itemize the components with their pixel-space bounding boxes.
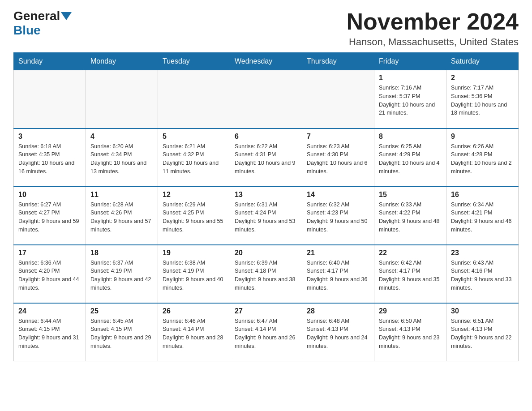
calendar-cell: 21Sunrise: 6:40 AMSunset: 4:17 PMDayligh… <box>302 245 374 303</box>
calendar-cell: 30Sunrise: 6:51 AMSunset: 4:13 PMDayligh… <box>446 303 519 361</box>
calendar-week-row-1: 3Sunrise: 6:18 AMSunset: 4:35 PMDaylight… <box>14 128 519 187</box>
day-info: Sunrise: 6:28 AMSunset: 4:26 PMDaylight:… <box>90 201 153 234</box>
calendar-cell: 8Sunrise: 6:25 AMSunset: 4:29 PMDaylight… <box>374 128 446 187</box>
day-info: Sunrise: 6:42 AMSunset: 4:17 PMDaylight:… <box>379 259 442 292</box>
day-info: Sunrise: 6:44 AMSunset: 4:15 PMDaylight:… <box>18 317 81 351</box>
calendar-cell: 4Sunrise: 6:20 AMSunset: 4:34 PMDaylight… <box>86 128 158 187</box>
calendar-cell <box>14 70 86 128</box>
calendar-cell: 18Sunrise: 6:37 AMSunset: 4:19 PMDayligh… <box>86 245 158 303</box>
day-number: 7 <box>307 133 369 141</box>
day-info: Sunrise: 6:50 AMSunset: 4:13 PMDaylight:… <box>379 317 442 351</box>
day-info: Sunrise: 6:27 AMSunset: 4:27 PMDaylight:… <box>18 201 81 234</box>
calendar-header-monday: Monday <box>86 53 158 70</box>
calendar-cell: 3Sunrise: 6:18 AMSunset: 4:35 PMDaylight… <box>14 128 86 187</box>
day-info: Sunrise: 6:21 AMSunset: 4:32 PMDaylight:… <box>163 142 225 176</box>
calendar-cell: 17Sunrise: 6:36 AMSunset: 4:20 PMDayligh… <box>14 245 86 303</box>
day-number: 14 <box>307 191 369 199</box>
day-number: 20 <box>235 249 297 257</box>
day-info: Sunrise: 6:18 AMSunset: 4:35 PMDaylight:… <box>18 142 81 176</box>
location-title: Hanson, Massachusetts, United States <box>347 36 519 48</box>
calendar-cell: 13Sunrise: 6:31 AMSunset: 4:24 PMDayligh… <box>230 187 302 245</box>
calendar-cell: 1Sunrise: 7:16 AMSunset: 5:37 PMDaylight… <box>374 70 446 128</box>
day-number: 29 <box>379 307 442 315</box>
day-info: Sunrise: 6:23 AMSunset: 4:30 PMDaylight:… <box>307 142 369 176</box>
calendar-header-row: SundayMondayTuesdayWednesdayThursdayFrid… <box>14 53 519 70</box>
day-info: Sunrise: 6:45 AMSunset: 4:15 PMDaylight:… <box>90 317 153 351</box>
calendar-cell: 25Sunrise: 6:45 AMSunset: 4:15 PMDayligh… <box>86 303 158 361</box>
day-info: Sunrise: 6:34 AMSunset: 4:21 PMDaylight:… <box>451 201 514 234</box>
calendar-cell <box>158 70 230 128</box>
calendar-cell: 23Sunrise: 6:43 AMSunset: 4:16 PMDayligh… <box>446 245 519 303</box>
day-number: 10 <box>18 191 81 199</box>
calendar-header-thursday: Thursday <box>302 53 374 70</box>
day-info: Sunrise: 6:25 AMSunset: 4:29 PMDaylight:… <box>379 142 442 176</box>
day-number: 27 <box>235 307 297 315</box>
day-number: 23 <box>451 249 514 257</box>
day-number: 28 <box>307 307 369 315</box>
title-block: November 2024 Hanson, Massachusetts, Uni… <box>347 9 519 48</box>
day-number: 8 <box>379 133 442 141</box>
day-info: Sunrise: 7:16 AMSunset: 5:37 PMDaylight:… <box>379 84 442 117</box>
logo-general-text: General <box>13 9 60 23</box>
calendar-cell: 19Sunrise: 6:38 AMSunset: 4:19 PMDayligh… <box>158 245 230 303</box>
calendar-header-sunday: Sunday <box>14 53 86 70</box>
day-number: 3 <box>18 133 81 141</box>
day-info: Sunrise: 6:36 AMSunset: 4:20 PMDaylight:… <box>18 259 81 292</box>
calendar-cell: 27Sunrise: 6:47 AMSunset: 4:14 PMDayligh… <box>230 303 302 361</box>
day-info: Sunrise: 7:17 AMSunset: 5:36 PMDaylight:… <box>451 84 514 117</box>
day-number: 9 <box>451 133 514 141</box>
logo-blue-text: Blue <box>13 23 41 37</box>
day-number: 18 <box>90 249 153 257</box>
day-number: 26 <box>163 307 225 315</box>
day-info: Sunrise: 6:22 AMSunset: 4:31 PMDaylight:… <box>235 142 297 176</box>
day-number: 17 <box>18 249 81 257</box>
day-number: 25 <box>90 307 153 315</box>
day-number: 11 <box>90 191 153 199</box>
day-number: 1 <box>379 74 442 82</box>
calendar-cell: 11Sunrise: 6:28 AMSunset: 4:26 PMDayligh… <box>86 187 158 245</box>
calendar-cell <box>230 70 302 128</box>
day-info: Sunrise: 6:20 AMSunset: 4:34 PMDaylight:… <box>90 142 153 176</box>
day-info: Sunrise: 6:40 AMSunset: 4:17 PMDaylight:… <box>307 259 369 292</box>
calendar-cell <box>302 70 374 128</box>
day-info: Sunrise: 6:46 AMSunset: 4:14 PMDaylight:… <box>163 317 225 351</box>
calendar-week-row-2: 10Sunrise: 6:27 AMSunset: 4:27 PMDayligh… <box>14 187 519 245</box>
day-number: 22 <box>379 249 442 257</box>
calendar-cell: 5Sunrise: 6:21 AMSunset: 4:32 PMDaylight… <box>158 128 230 187</box>
calendar-header-saturday: Saturday <box>446 53 519 70</box>
day-number: 30 <box>451 307 514 315</box>
day-info: Sunrise: 6:39 AMSunset: 4:18 PMDaylight:… <box>235 259 297 292</box>
calendar-cell: 7Sunrise: 6:23 AMSunset: 4:30 PMDaylight… <box>302 128 374 187</box>
calendar-cell: 12Sunrise: 6:29 AMSunset: 4:25 PMDayligh… <box>158 187 230 245</box>
calendar-table: SundayMondayTuesdayWednesdayThursdayFrid… <box>13 52 519 361</box>
calendar-cell: 10Sunrise: 6:27 AMSunset: 4:27 PMDayligh… <box>14 187 86 245</box>
day-number: 4 <box>90 133 153 141</box>
calendar-cell: 14Sunrise: 6:32 AMSunset: 4:23 PMDayligh… <box>302 187 374 245</box>
calendar-cell: 9Sunrise: 6:26 AMSunset: 4:28 PMDaylight… <box>446 128 519 187</box>
calendar-week-row-4: 24Sunrise: 6:44 AMSunset: 4:15 PMDayligh… <box>14 303 519 361</box>
calendar-header-wednesday: Wednesday <box>230 53 302 70</box>
calendar-header-tuesday: Tuesday <box>158 53 230 70</box>
day-number: 16 <box>451 191 514 199</box>
calendar-cell: 2Sunrise: 7:17 AMSunset: 5:36 PMDaylight… <box>446 70 519 128</box>
logo-triangle-icon <box>61 12 72 20</box>
calendar-week-row-0: 1Sunrise: 7:16 AMSunset: 5:37 PMDaylight… <box>14 70 519 128</box>
day-info: Sunrise: 6:43 AMSunset: 4:16 PMDaylight:… <box>451 259 514 292</box>
day-number: 12 <box>163 191 225 199</box>
calendar-cell: 28Sunrise: 6:48 AMSunset: 4:13 PMDayligh… <box>302 303 374 361</box>
day-number: 6 <box>235 133 297 141</box>
calendar-cell: 6Sunrise: 6:22 AMSunset: 4:31 PMDaylight… <box>230 128 302 187</box>
day-number: 21 <box>307 249 369 257</box>
day-info: Sunrise: 6:31 AMSunset: 4:24 PMDaylight:… <box>235 201 297 234</box>
calendar-cell: 15Sunrise: 6:33 AMSunset: 4:22 PMDayligh… <box>374 187 446 245</box>
calendar-cell: 22Sunrise: 6:42 AMSunset: 4:17 PMDayligh… <box>374 245 446 303</box>
logo: General Blue <box>13 9 73 38</box>
day-number: 15 <box>379 191 442 199</box>
month-title: November 2024 <box>347 9 519 34</box>
calendar-week-row-3: 17Sunrise: 6:36 AMSunset: 4:20 PMDayligh… <box>14 245 519 303</box>
calendar-cell: 16Sunrise: 6:34 AMSunset: 4:21 PMDayligh… <box>446 187 519 245</box>
day-number: 13 <box>235 191 297 199</box>
day-info: Sunrise: 6:33 AMSunset: 4:22 PMDaylight:… <box>379 201 442 234</box>
calendar-cell: 20Sunrise: 6:39 AMSunset: 4:18 PMDayligh… <box>230 245 302 303</box>
day-number: 19 <box>163 249 225 257</box>
